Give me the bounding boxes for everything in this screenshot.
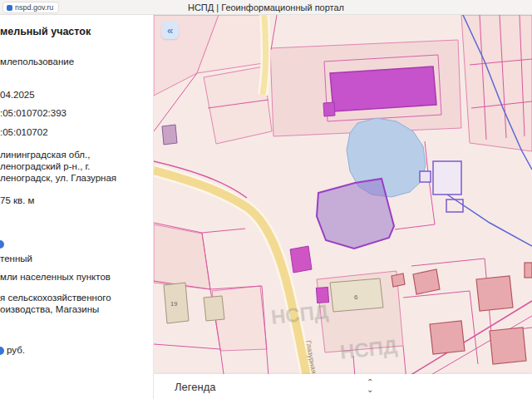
panel-status: тенный xyxy=(0,254,32,264)
legend-bar: Легенда ⌃ ⌄ xyxy=(154,374,532,399)
panel-address-line-2: леноградский р-н., г. xyxy=(0,161,91,172)
map-canvas[interactable]: 6 19 Глазурная НСПД НСПД xyxy=(154,15,532,399)
map-area[interactable]: 6 19 Глазурная НСПД НСПД « Легенда ⌃ ⌄ xyxy=(154,15,532,399)
panel-usage-type: млепользование xyxy=(0,57,74,67)
browser-topbar: nspd.gov.ru НСПД | Геоинформационный пор… xyxy=(0,0,532,15)
panel-collapse-button[interactable]: « xyxy=(161,22,179,39)
price-dot-icon xyxy=(0,347,4,355)
legend-title: Легенда xyxy=(175,381,215,393)
content-area: мельный участок млепользование 04.2025 :… xyxy=(0,15,532,399)
panel-price-currency: руб. xyxy=(7,345,25,356)
panel-date: 04.2025 xyxy=(0,90,35,101)
panel-address-line-1: лининградская обл., xyxy=(0,150,90,160)
info-panel: мельный участок млепользование 04.2025 :… xyxy=(0,15,154,399)
status-dot-icon xyxy=(0,240,4,249)
browser-url[interactable]: nspd.gov.ru xyxy=(2,2,59,13)
panel-address-line-3: леноградск, ул. Глазурная xyxy=(0,173,116,184)
panel-cadastral-number: :05:010702:393 xyxy=(0,108,66,119)
building-number-label: 6 xyxy=(354,293,358,301)
panel-permitted-use-1: я сельскохозяйственного xyxy=(0,293,111,303)
panel-object-type: мельный участок xyxy=(0,27,91,37)
url-text: nspd.gov.ru xyxy=(15,3,53,12)
panel-quarter-number: :05:010702 xyxy=(0,127,48,138)
panel-permitted-use-2: оизводства, Магазины xyxy=(0,304,99,315)
site-favicon-icon xyxy=(7,5,12,11)
panel-land-category: мли населенных пунктов xyxy=(0,272,111,283)
page-title: НСПД | Геоинформационный портал xyxy=(0,2,532,12)
building-number-label: 19 xyxy=(170,300,177,308)
chevron-down-icon: ⌄ xyxy=(367,386,373,393)
panel-area-value: 75 кв. м xyxy=(0,195,34,206)
app-window: nspd.gov.ru НСПД | Геоинформационный пор… xyxy=(0,0,532,399)
building-magenta[interactable] xyxy=(330,66,436,111)
legend-toggle[interactable]: ⌃ ⌄ xyxy=(367,378,373,393)
